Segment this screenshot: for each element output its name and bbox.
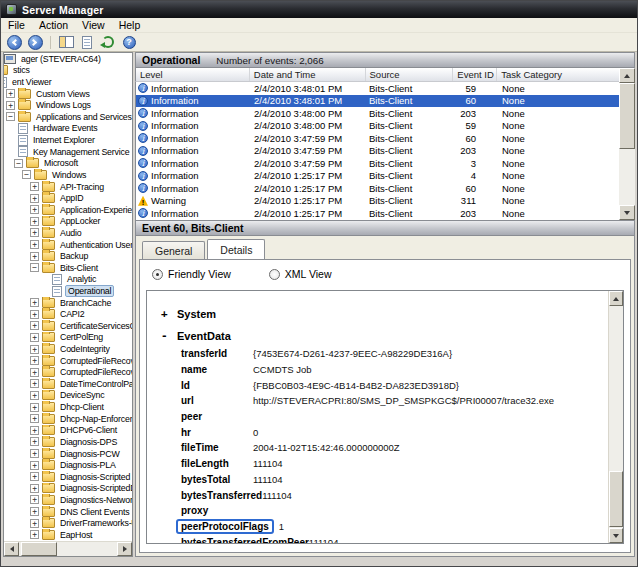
tree-item[interactable]: Internet Explorer <box>4 134 132 146</box>
tree-expander-icon[interactable]: + <box>30 379 39 388</box>
tree-item[interactable]: + Diagnosis-PLA <box>4 459 132 471</box>
event-row[interactable]: Information 2/4/2010 3:47:59 PM Bits-Cli… <box>136 132 619 145</box>
refresh-button[interactable] <box>99 34 117 51</box>
tree-expander-icon[interactable]: + <box>30 356 39 365</box>
tree-expander-icon[interactable]: + <box>30 437 39 446</box>
tree-item[interactable]: + Application-Experience <box>4 204 132 216</box>
tree-item[interactable]: − Microsoft <box>4 157 132 169</box>
view-option-radio[interactable]: XML View <box>269 268 332 280</box>
tree-item[interactable]: + Diagnosis-Scripted <box>4 471 132 483</box>
tree-item[interactable]: + AppID <box>4 192 132 204</box>
tree-item[interactable]: ent Viewer <box>4 76 132 88</box>
tree-item[interactable]: + DriverFrameworks-UserMode <box>4 517 132 529</box>
tree-item[interactable]: Operational <box>4 285 132 297</box>
tree-expander-icon[interactable]: + <box>30 414 39 423</box>
tree-expander-icon[interactable]: + <box>30 507 39 516</box>
scroll-down-button[interactable] <box>609 528 623 543</box>
tree-expander-icon[interactable]: + <box>30 194 39 203</box>
tree-expander-icon[interactable]: + <box>30 495 39 504</box>
tree-item[interactable]: − Bits-Client <box>4 262 132 274</box>
scroll-thumb[interactable] <box>21 542 57 556</box>
tree-item[interactable]: ager (STEVERAC64) <box>4 53 132 65</box>
tree-item[interactable]: + DNS Client Events <box>4 506 132 518</box>
tree-item[interactable]: + AppLocker <box>4 216 132 228</box>
event-row[interactable]: Information 2/4/2010 3:48:01 PM Bits-Cli… <box>136 95 619 108</box>
tree-expander-icon[interactable]: + <box>30 205 39 214</box>
scroll-thumb[interactable] <box>619 83 635 149</box>
tree-item[interactable]: + Diagnosis-DPS <box>4 436 132 448</box>
tree-item[interactable]: + Custom Views <box>4 88 132 100</box>
tree-item[interactable]: + CAPI2 <box>4 308 132 320</box>
menu-item[interactable]: View <box>75 18 112 32</box>
tree-item[interactable]: Key Management Service <box>4 146 132 158</box>
tree-item[interactable]: + Windows Logs <box>4 99 132 111</box>
tree-item[interactable]: + EapHost <box>4 529 132 541</box>
tree-item[interactable]: Analytic <box>4 274 132 286</box>
tree-expander-icon[interactable]: + <box>30 530 39 539</box>
tree-item[interactable]: + Dhcp-Client <box>4 401 132 413</box>
tree-expander-icon[interactable]: + <box>30 228 39 237</box>
tree-item[interactable]: + Diagnosis-ScriptedDiagnosticsProvider <box>4 483 132 495</box>
tree-horizontal-scrollbar[interactable] <box>4 541 132 556</box>
tree-expander-icon[interactable]: + <box>30 217 39 226</box>
event-row[interactable]: Information 2/4/2010 3:47:59 PM Bits-Cli… <box>136 157 619 170</box>
event-row[interactable]: Warning 2/4/2010 1:25:17 PM Bits-Client … <box>136 195 619 208</box>
export-list-button[interactable] <box>78 34 96 51</box>
details-scrollbar[interactable] <box>608 291 623 543</box>
tree-item[interactable]: + DHCPv6-Client <box>4 425 132 437</box>
tab[interactable]: Details <box>207 239 265 259</box>
tree-item[interactable]: + API-Tracing <box>4 181 132 193</box>
tree-item[interactable]: + Dhcp-Nap-Enforcement-Client <box>4 413 132 425</box>
view-option-radio[interactable]: Friendly View <box>152 268 231 280</box>
event-row[interactable]: Information 2/4/2010 3:47:59 PM Bits-Cli… <box>136 145 619 158</box>
tree-expander-icon[interactable]: + <box>30 484 39 493</box>
tree-item[interactable]: + Diagnosis-PCW <box>4 448 132 460</box>
eventdata-group-row[interactable]: - EventData <box>161 325 607 346</box>
help-button[interactable] <box>120 34 138 51</box>
eventdata-group-row[interactable]: + System <box>161 303 607 324</box>
tree-expander-icon[interactable]: + <box>30 449 39 458</box>
event-row[interactable]: Information 2/4/2010 1:25:17 PM Bits-Cli… <box>136 207 619 220</box>
group-expander-icon[interactable]: - <box>161 329 177 342</box>
tree-expander-icon[interactable]: + <box>30 298 39 307</box>
event-row[interactable]: Information 2/4/2010 1:25:17 PM Bits-Cli… <box>136 182 619 195</box>
menu-item[interactable]: File <box>1 18 32 32</box>
forward-button[interactable] <box>26 34 44 51</box>
column-header[interactable]: Event ID <box>453 68 497 81</box>
tree-expander-icon[interactable]: + <box>30 472 39 481</box>
tree-item[interactable]: − Applications and Services Logs <box>4 111 132 123</box>
tree-item[interactable]: + Authentication User Interface <box>4 239 132 251</box>
tree-expander-icon[interactable]: + <box>6 101 15 110</box>
tree-expander-icon[interactable]: − <box>14 159 23 168</box>
tree-item[interactable]: stics <box>4 65 132 77</box>
tree-item[interactable]: + CertPolEng <box>4 332 132 344</box>
scroll-down-button[interactable] <box>619 205 635 220</box>
scroll-up-button[interactable] <box>619 68 635 83</box>
column-header[interactable]: Level <box>136 68 250 81</box>
tree-item[interactable]: + DeviceSync <box>4 390 132 402</box>
titlebar[interactable]: Server Manager <box>1 1 637 18</box>
tab[interactable]: General <box>142 241 205 259</box>
tree-expander-icon[interactable]: + <box>30 519 39 528</box>
tree-expander-icon[interactable]: + <box>30 461 39 470</box>
tree-item[interactable]: Hardware Events <box>4 123 132 135</box>
tree-expander-icon[interactable]: − <box>22 170 31 179</box>
tree-expander-icon[interactable]: + <box>30 403 39 412</box>
tree-expander-icon[interactable]: + <box>30 345 39 354</box>
tree-expander-icon[interactable]: + <box>30 368 39 377</box>
tree-expander-icon[interactable]: + <box>30 321 39 330</box>
tree-expander-icon[interactable]: + <box>30 426 39 435</box>
tree-expander-icon[interactable]: − <box>30 263 39 272</box>
tree-item[interactable]: − Windows <box>4 169 132 181</box>
tree-expander-icon[interactable]: + <box>30 310 39 319</box>
event-row[interactable]: Information 2/4/2010 3:48:00 PM Bits-Cli… <box>136 107 619 120</box>
column-header[interactable]: Task Category <box>497 68 619 81</box>
tree-expander-icon[interactable]: + <box>6 89 15 98</box>
tree-expander-icon[interactable]: + <box>30 252 39 261</box>
back-button[interactable] <box>5 34 23 51</box>
tree-item[interactable]: + CodeIntegrity <box>4 343 132 355</box>
tree-item[interactable]: + Backup <box>4 250 132 262</box>
tree-item[interactable]: + CertificateServicesClient <box>4 320 132 332</box>
tree-expander-icon[interactable]: + <box>30 182 39 191</box>
group-expander-icon[interactable]: + <box>161 307 177 320</box>
